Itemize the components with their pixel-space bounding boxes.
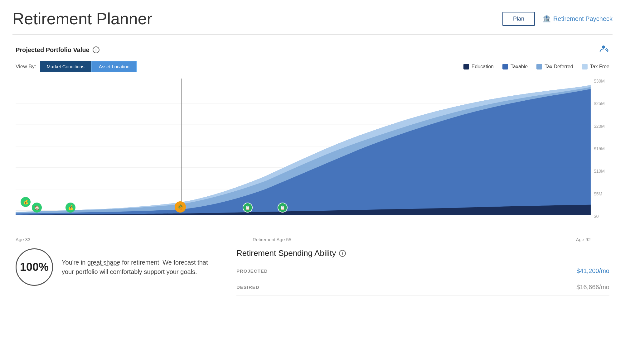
y-label-5m: $5M (594, 191, 609, 196)
view-by-left: View By: Market Conditions Asset Locatio… (16, 61, 137, 72)
view-by-buttons: Market Conditions Asset Location (40, 61, 137, 72)
icon-account-2[interactable]: 📋 (278, 203, 288, 213)
legend-taxable: Taxable (502, 64, 528, 69)
section-header: Projected Portfolio Value i (16, 44, 609, 56)
view-by-label: View By: (16, 64, 36, 70)
icon-home[interactable]: 🏠 (32, 203, 42, 213)
y-axis-labels: $30M $25M $20M $15M $10M $5M $0 (591, 79, 609, 219)
chart-container[interactable]: 💰 🏠 💰 🌴 📋 📋 $30M $25M $20M $15M $10M $5M… (16, 79, 609, 228)
plan-button[interactable]: Plan (502, 12, 535, 26)
score-circle: 100% (16, 248, 53, 286)
legend-dot-taxable (502, 64, 508, 69)
retirement-paycheck-link[interactable]: 🏦 Retirement Paycheck (542, 15, 613, 23)
spending-desired-value: $16,666/mo (576, 284, 609, 291)
y-label-15m: $15M (594, 146, 609, 151)
bottom-section: 100% You're in great shape for retiremen… (16, 242, 609, 295)
score-value: 100% (20, 261, 49, 274)
icon-retirement[interactable]: 🌴 (175, 201, 186, 213)
legend-tax-free-label: Tax Free (590, 64, 609, 69)
spending-desired-label: DESIRED (236, 285, 259, 290)
x-axis-mid: Retirement Age 55 (253, 237, 291, 242)
paycheck-link-label: Retirement Paycheck (553, 15, 613, 22)
legend-tax-deferred-label: Tax Deferred (545, 64, 573, 69)
icon-account-1[interactable]: 📋 (243, 203, 253, 213)
header-actions: Plan 🏦 Retirement Paycheck (502, 12, 613, 26)
x-axis-right: Age 92 (576, 237, 591, 242)
svg-point-0 (602, 46, 605, 49)
y-label-25m: $25M (594, 101, 609, 106)
spending-projected-label: PROJECTED (236, 268, 268, 274)
y-label-0: $0 (594, 214, 609, 219)
page-header: Retirement Planner Plan 🏦 Retirement Pay… (12, 9, 613, 35)
legend-education: Education (463, 64, 494, 69)
x-axis-left: Age 33 (16, 237, 31, 242)
icon-savings-2[interactable]: 💰 (65, 203, 75, 213)
spending-section: Retirement Spending Ability i PROJECTED … (236, 248, 609, 295)
score-section: 100% You're in great shape for retiremen… (16, 248, 218, 286)
score-pre: You're in (62, 259, 87, 266)
info-icon[interactable]: i (93, 46, 99, 53)
spending-title-text: Retirement Spending Ability (236, 248, 336, 258)
legend-dot-education (463, 64, 469, 69)
spending-info-icon[interactable]: i (339, 250, 346, 257)
page-title: Retirement Planner (12, 9, 152, 28)
market-conditions-button[interactable]: Market Conditions (40, 61, 91, 72)
section-title-text: Projected Portfolio Value (16, 46, 90, 54)
legend-dot-tax-free (582, 64, 588, 69)
legend-dot-tax-deferred (536, 64, 542, 69)
timeline-icons: 💰 🏠 💰 🌴 📋 📋 (16, 197, 591, 213)
spending-title: Retirement Spending Ability i (236, 248, 609, 258)
score-highlight: great shape (87, 259, 120, 266)
section-title: Projected Portfolio Value i (16, 46, 99, 54)
chart-legend: Education Taxable Tax Deferred Tax Free (463, 64, 609, 69)
paycheck-icon: 🏦 (542, 15, 551, 23)
y-label-30m: $30M (594, 79, 609, 84)
y-label-20m: $20M (594, 124, 609, 129)
legend-tax-deferred: Tax Deferred (536, 64, 573, 69)
view-by-row: View By: Market Conditions Asset Locatio… (16, 61, 609, 72)
x-axis: Age 33 Retirement Age 55 Age 92 (16, 234, 609, 242)
legend-education-label: Education (472, 64, 494, 69)
main-content: Projected Portfolio Value i View By: Mar… (12, 44, 613, 295)
spending-desired-row: DESIRED $16,666/mo (236, 279, 609, 295)
person-edit-icon[interactable] (599, 44, 609, 56)
score-text: You're in great shape for retirement. We… (62, 258, 218, 276)
spending-projected-value: $41,200/mo (576, 267, 609, 275)
legend-tax-free: Tax Free (582, 64, 609, 69)
y-label-10m: $10M (594, 169, 609, 174)
spending-projected-row: PROJECTED $41,200/mo (236, 263, 609, 279)
icon-savings-1[interactable]: 💰 (21, 197, 31, 207)
asset-location-button[interactable]: Asset Location (91, 61, 137, 72)
legend-taxable-label: Taxable (511, 64, 528, 69)
